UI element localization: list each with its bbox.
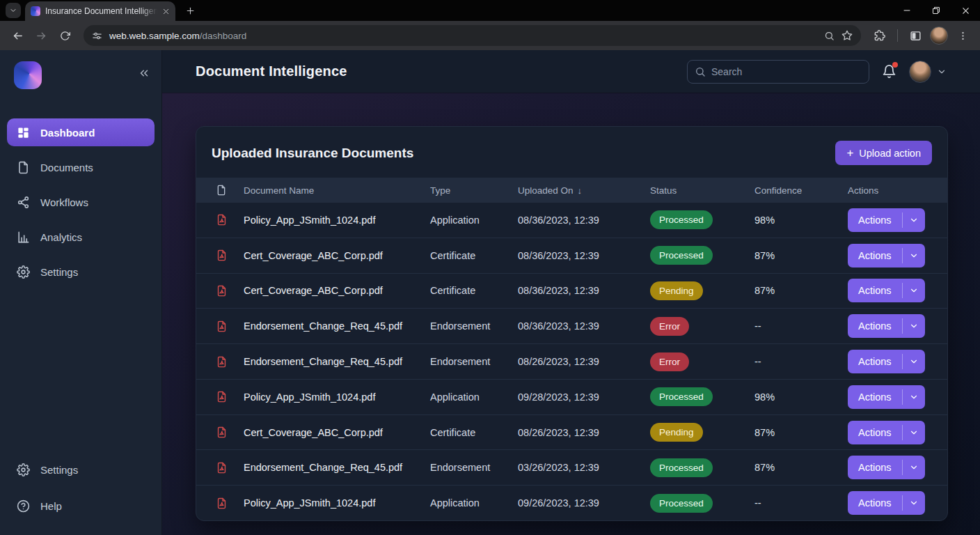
actions-split-button: Actions [848,491,925,515]
upload-action-button[interactable]: + Upload action [835,141,932,165]
sidebar-item-documents[interactable]: Documents [7,153,155,181]
confidence-value: 87% [754,250,848,261]
uploaded-on: 08/36/2023, 12:39 [518,215,650,226]
col-document-name: Document Name [244,185,430,196]
url-bar[interactable]: web.web.sample.com/dashboard [84,25,861,46]
gear-icon [15,265,31,279]
actions-dropdown-icon[interactable] [903,421,925,444]
sidebar-footer-settings[interactable]: Settings [7,456,155,483]
actions-button[interactable]: Actions [848,279,902,302]
question-circle-icon [15,499,31,513]
side-panel-icon[interactable] [905,25,926,46]
status-badge: Pending [650,281,703,300]
status-badge: Pending [650,423,703,442]
pdf-file-icon [216,284,244,297]
user-avatar [909,61,931,83]
page-title: Document Intelligence [196,63,347,79]
document-name: Cert_Coverage_ABC_Corp.pdf [244,285,430,296]
pdf-file-icon [216,355,244,369]
document-name: Cert_Coverage_ABC_Corp.pdf [244,427,430,438]
minimize-button[interactable] [892,0,922,21]
actions-button[interactable]: Actions [848,456,902,479]
bar-chart-icon [15,231,31,244]
status-badge: Processed [650,458,713,477]
table-row: Cert_Coverage_ABC_Corp.pdf Certificate 0… [196,415,947,451]
actions-button[interactable]: Actions [848,244,902,268]
tab-title: Insurance Document Intelligenc [45,6,157,16]
actions-dropdown-icon[interactable] [903,456,925,479]
sidebar: Dashboard Documents Workflows [0,50,162,535]
actions-button[interactable]: Actions [848,350,902,373]
sidebar-item-dashboard[interactable]: Dashboard [7,118,155,146]
actions-split-button: Actions [848,421,925,444]
new-tab-button[interactable] [181,1,199,20]
sidebar-item-label: Settings [40,464,78,476]
uploaded-on: 08/26/2023, 12:39 [518,427,650,438]
content: Uploaded Insurance Documents + Upload ac… [162,93,980,535]
document-name: Endorsement_Change_Req_45.pdf [244,320,430,332]
confidence-value: -- [754,497,848,509]
actions-split-button: Actions [848,350,925,373]
confidence-value: 87% [754,285,848,296]
actions-button[interactable]: Actions [848,421,902,444]
browser-profile-avatar[interactable] [930,26,948,45]
search-in-page-icon[interactable] [824,31,835,41]
document-type: Application [430,215,518,226]
actions-button[interactable]: Actions [848,491,902,515]
browser-menu-icon[interactable] [952,25,973,46]
sidebar-item-analytics[interactable]: Analytics [7,223,155,251]
uploaded-on: 09/26/2023, 12:39 [518,497,650,509]
reload-button[interactable] [54,25,75,46]
search-icon [695,66,706,77]
browser-tab[interactable]: Insurance Document Intelligenc [25,1,175,21]
actions-dropdown-icon[interactable] [903,491,925,515]
actions-dropdown-icon[interactable] [903,244,925,268]
main-area: Document Intelligence [162,50,980,535]
card-title: Uploaded Insurance Documents [212,146,413,161]
sidebar-footer-help[interactable]: Help [7,492,155,520]
col-actions: Actions [848,185,936,196]
actions-button[interactable]: Actions [848,385,902,409]
tab-close-icon[interactable] [162,8,170,15]
user-menu[interactable] [909,61,947,83]
browser-titlebar: Insurance Document Intelligenc [0,0,980,21]
site-settings-icon[interactable] [92,31,102,41]
col-status: Status [650,185,754,196]
close-window-button[interactable] [951,0,980,21]
tab-search-chevron-icon[interactable] [6,3,21,18]
actions-split-button: Actions [848,314,925,338]
forward-button[interactable] [31,25,52,46]
actions-button[interactable]: Actions [848,208,902,232]
back-button[interactable] [7,25,28,46]
table-row: Cert_Coverage_ABC_Corp.pdf Certificate 0… [196,238,947,274]
confidence-value: 98% [754,215,848,226]
actions-dropdown-icon[interactable] [903,314,925,338]
confidence-value: 98% [754,391,848,403]
pdf-file-icon [216,390,244,403]
col-uploaded-on[interactable]: Uploaded On↓ [518,185,650,196]
sidebar-collapse-icon[interactable] [138,67,150,82]
actions-dropdown-icon[interactable] [903,208,925,232]
document-type: Endorsement [430,356,518,367]
table-row: Endorsement_Change_Req_45.pdf Endorsemen… [196,309,947,344]
actions-dropdown-icon[interactable] [903,350,925,373]
actions-button[interactable]: Actions [848,314,902,338]
actions-split-button: Actions [848,244,925,268]
document-name: Endorsement_Change_Req_45.pdf [244,356,430,367]
restore-button[interactable] [922,0,951,21]
extensions-icon[interactable] [869,25,890,46]
uploaded-on: 03/26/2023, 12:39 [518,462,650,473]
chevron-down-icon [937,67,947,77]
sidebar-item-settings[interactable]: Settings [7,258,155,286]
search-input[interactable] [711,66,862,77]
bookmark-star-icon[interactable] [841,30,853,41]
pdf-file-icon [216,461,244,474]
notifications-button[interactable] [882,64,896,79]
document-type: Endorsement [430,462,518,473]
sidebar-item-label: Workflows [40,196,88,208]
table-row: Policy_App_JSmith_1024.pdf Application 0… [196,486,947,520]
browser-window: Insurance Document Intelligenc [0,0,980,535]
actions-dropdown-icon[interactable] [903,385,925,409]
sidebar-item-workflows[interactable]: Workflows [7,188,155,216]
actions-dropdown-icon[interactable] [903,279,925,302]
